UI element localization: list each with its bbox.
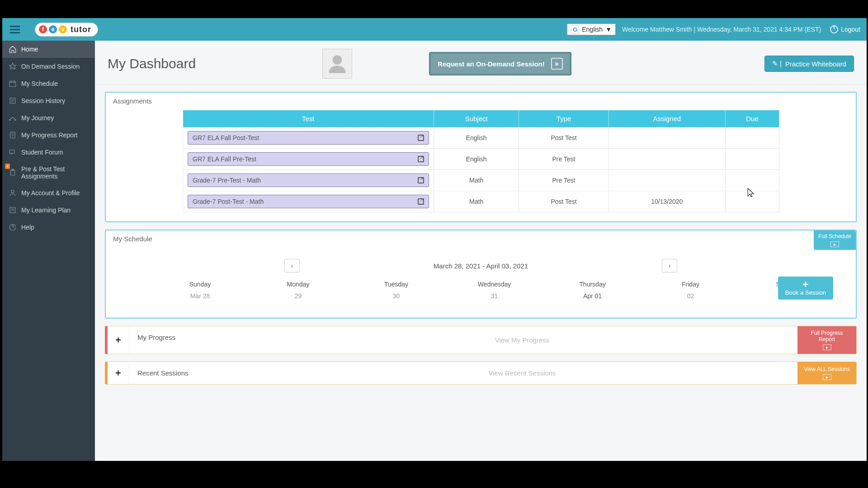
day-date: 02 [642,292,740,300]
pencil-icon: ✎ | [772,60,782,68]
logout-button[interactable]: Logout [830,25,860,33]
sidebar-item-home[interactable]: Home [2,41,95,58]
cell-type: Post Test [519,191,609,212]
cell-assigned [609,170,725,191]
cell-due [725,149,779,170]
sidebar-item-session-history[interactable]: Session History [2,92,95,109]
assignments-table: Test Subject Type Assigned Due GR7 ELA F… [183,110,779,212]
test-name: Grade-7 Pre-Test - Math [193,177,261,184]
history-icon [9,97,17,105]
week-grid: SundayMar 28Monday29Tuesday30Wednesday31… [151,281,838,300]
cell-due [725,170,779,191]
sidebar-item-my-journey[interactable]: My Journey [2,109,95,127]
logo[interactable]: fev tutor [35,23,98,37]
sidebar-item-student-forum[interactable]: Student Forum [2,144,95,161]
arrow-right-icon: ▸ [823,344,831,350]
week-day-column: Wednesday31 [445,281,543,300]
table-row: Grade-7 Post-Test - MathMathPost Test10/… [183,191,779,212]
calendar-icon [9,80,17,88]
day-name: Tuesday [347,281,445,288]
cell-assigned [609,127,725,149]
home-icon [9,45,17,53]
language-selector[interactable]: G English ▼ [567,23,616,35]
schedule-panel: My Schedule Full Schedule ▸ ‹ March 28, … [105,230,857,319]
svg-point-8 [11,190,14,193]
cell-due [725,191,779,212]
page-title: My Dashboard [108,56,196,71]
cell-type: Pre Test [519,170,609,191]
sidebar-item-label: Session History [21,97,65,104]
journey-icon [9,114,17,122]
day-date: Apr 01 [543,292,642,300]
day-date: 31 [445,292,543,300]
col-assigned: Assigned [609,110,725,127]
book-session-label: Book a Session [785,289,826,296]
sidebar-item-on-demand[interactable]: On Demand Session [2,58,95,75]
topbar: fev tutor G English ▼ Welcome Matthew Sm… [2,18,867,41]
day-date: Mar 28 [151,292,249,300]
full-schedule-button[interactable]: Full Schedule ▸ [814,230,856,250]
open-icon [418,156,424,162]
sidebar-item-help[interactable]: Help [2,219,95,236]
view-all-sessions-button[interactable]: View ALL Sessions ▸ [797,362,856,384]
progress-label: My Progress [129,326,247,354]
next-week-button[interactable]: › [662,259,677,272]
chevron-down-icon: ▼ [605,26,612,33]
svg-rect-5 [9,150,14,154]
test-link[interactable]: GR7 ELA Fall Pre-Test [188,152,429,166]
cell-assigned [609,149,725,170]
sessions-label: Recent Sessions [129,362,247,384]
sidebar: Home On Demand Session My Schedule Sessi… [2,41,95,461]
week-nav: ‹ March 28, 2021 - April 03, 2021 › [106,259,856,272]
cell-subject: English [434,149,519,170]
test-name: Grade-7 Post-Test - Math [193,198,264,205]
test-link[interactable]: Grade-7 Pre-Test - Math [188,174,429,187]
week-day-column: ThursdayApr 01 [543,281,642,300]
full-progress-report-button[interactable]: Full Progress Report ▸ [797,326,856,354]
cell-subject: Math [434,191,519,212]
sidebar-item-progress-report[interactable]: My Progress Report [2,127,95,144]
arrow-right-icon: ▸ [823,374,831,380]
sidebar-item-label: My Journey [21,114,54,122]
help-icon [9,223,17,231]
prev-week-button[interactable]: ‹ [284,259,300,272]
week-day-column: Tuesday30 [347,281,445,300]
avatar[interactable] [322,49,352,79]
expand-progress-button[interactable]: + [108,326,129,354]
cell-subject: Math [434,170,519,191]
day-name: Thursday [543,281,642,288]
plan-icon [9,206,17,214]
schedule-title: My Schedule [106,230,856,245]
svg-point-11 [333,55,342,65]
plus-icon: + [785,280,826,289]
hamburger-icon[interactable] [9,23,21,36]
expand-sessions-button[interactable]: + [108,362,129,384]
test-link[interactable]: GR7 ELA Fall Post-Test [188,131,429,145]
week-day-column: Friday02 [642,281,740,300]
view-sessions-link[interactable]: View Recent Sessions [247,369,797,377]
sidebar-item-label: My Account & Profile [21,189,80,197]
request-session-button[interactable]: Request an On-Demand Session! » [429,52,571,75]
day-name: Sunday [151,281,249,288]
header-row: My Dashboard Request an On-Demand Sessio… [95,41,867,84]
col-subject: Subject [434,110,519,127]
week-range: March 28, 2021 - April 03, 2021 [434,262,528,270]
day-date: 29 [249,292,347,300]
sidebar-item-label: My Progress Report [21,131,77,139]
my-progress-strip: + My Progress View My Progress Full Prog… [105,326,857,354]
sidebar-item-pre-post-test[interactable]: 4 Pre & Post Test Assignments [2,161,95,184]
report-icon [9,131,17,139]
sidebar-item-my-schedule[interactable]: My Schedule [2,75,95,92]
day-name: Friday [642,281,740,288]
practice-whiteboard-button[interactable]: ✎ | Practice Whiteboard [764,56,854,72]
book-session-button[interactable]: + Book a Session [778,277,833,300]
sidebar-item-account[interactable]: My Account & Profile [2,184,95,202]
sidebar-item-label: My Learning Plan [21,206,71,214]
day-date: 30 [347,292,445,300]
full-progress-label: Full Progress Report [804,330,850,343]
view-progress-link[interactable]: View My Progress [247,336,797,344]
sidebar-item-learning-plan[interactable]: My Learning Plan [2,202,95,219]
view-all-sessions-label: View ALL Sessions [804,366,849,372]
test-link[interactable]: Grade-7 Post-Test - Math [188,195,429,208]
chevron-right-icon: » [551,58,563,70]
